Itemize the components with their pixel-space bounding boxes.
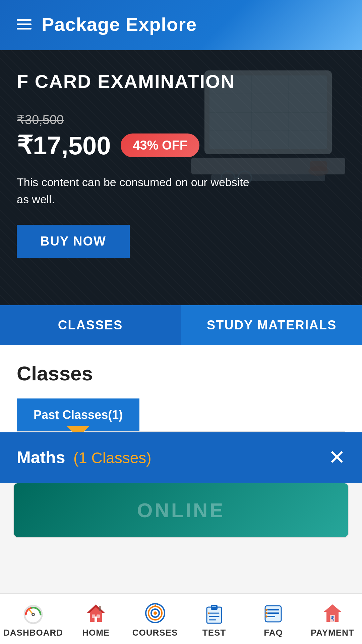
nav-courses[interactable]: COURSES — [125, 594, 184, 644]
hero-content: F CARD EXAMINATION ₹30,500 ₹17,500 43% O… — [0, 50, 362, 278]
nav-dashboard-label: DASHBOARD — [3, 628, 63, 638]
test-icon — [202, 601, 226, 625]
nav-home[interactable]: HOME — [66, 594, 125, 644]
nav-courses-label: COURSES — [132, 628, 178, 638]
discounted-price: ₹17,500 — [17, 130, 111, 160]
sub-tab-row: Past Classes(1) — [17, 398, 345, 432]
classes-section-title: Classes — [17, 362, 345, 385]
svg-point-17 — [33, 614, 34, 615]
home-icon — [84, 601, 108, 625]
faq-icon — [261, 601, 285, 625]
nav-faq[interactable]: FAQ — [244, 594, 303, 644]
svg-rect-21 — [97, 614, 100, 618]
nav-faq-label: FAQ — [264, 628, 283, 638]
hero-banner: F CARD EXAMINATION ₹30,500 ₹17,500 43% O… — [0, 50, 362, 305]
courses-icon — [143, 601, 167, 625]
hero-title: F CARD EXAMINATION — [17, 70, 345, 92]
svg-point-38 — [265, 609, 267, 611]
tab-classes[interactable]: CLASSES — [0, 305, 181, 345]
header: Package Explore — [0, 0, 362, 50]
preview-thumbnail: ONLINE — [14, 483, 348, 537]
nav-test-label: TEST — [202, 628, 226, 638]
svg-rect-33 — [208, 612, 209, 614]
svg-rect-20 — [92, 614, 95, 618]
bottom-navigation: DASHBOARD HOME — [0, 593, 362, 644]
maths-accordion: Maths (1 Classes) ✕ — [0, 432, 362, 483]
nav-payment[interactable]: ₹ PAYMENT — [303, 594, 362, 644]
page-title: Package Explore — [42, 13, 197, 35]
svg-rect-29 — [212, 606, 216, 607]
classes-section: Classes Past Classes(1) — [0, 345, 362, 432]
price-row: ₹17,500 43% OFF — [17, 130, 345, 160]
hero-description: This content can be consumed on our webs… — [17, 174, 251, 208]
maths-subject-label: Maths — [17, 448, 65, 467]
main-tab-row: CLASSES STUDY MATERIALS — [0, 305, 362, 345]
nav-test[interactable]: TEST — [185, 594, 244, 644]
maths-accordion-title: Maths (1 Classes) — [17, 448, 152, 467]
payment-icon: ₹ — [321, 601, 344, 625]
menu-button[interactable] — [17, 19, 32, 30]
svg-point-39 — [265, 612, 267, 614]
nav-home-label: HOME — [82, 628, 110, 638]
dashboard-icon — [21, 601, 45, 625]
original-price: ₹30,500 — [17, 112, 345, 127]
svg-point-26 — [154, 611, 157, 615]
discount-badge: 43% OFF — [121, 133, 199, 157]
nav-payment-label: PAYMENT — [311, 628, 354, 638]
buy-now-button[interactable]: BUY NOW — [17, 225, 130, 258]
close-accordion-icon[interactable]: ✕ — [328, 447, 345, 468]
maths-class-count: (1 Classes) — [73, 449, 152, 467]
svg-text:₹: ₹ — [330, 615, 335, 622]
svg-point-40 — [265, 615, 267, 618]
tab-study-materials[interactable]: STUDY MATERIALS — [181, 305, 362, 345]
nav-dashboard[interactable]: DASHBOARD — [0, 594, 66, 644]
class-preview-card[interactable]: ONLINE — [13, 483, 349, 538]
sub-tab-past-classes[interactable]: Past Classes(1) — [17, 398, 139, 431]
svg-rect-22 — [99, 606, 101, 611]
online-label: ONLINE — [137, 499, 225, 522]
svg-marker-18 — [87, 605, 105, 622]
